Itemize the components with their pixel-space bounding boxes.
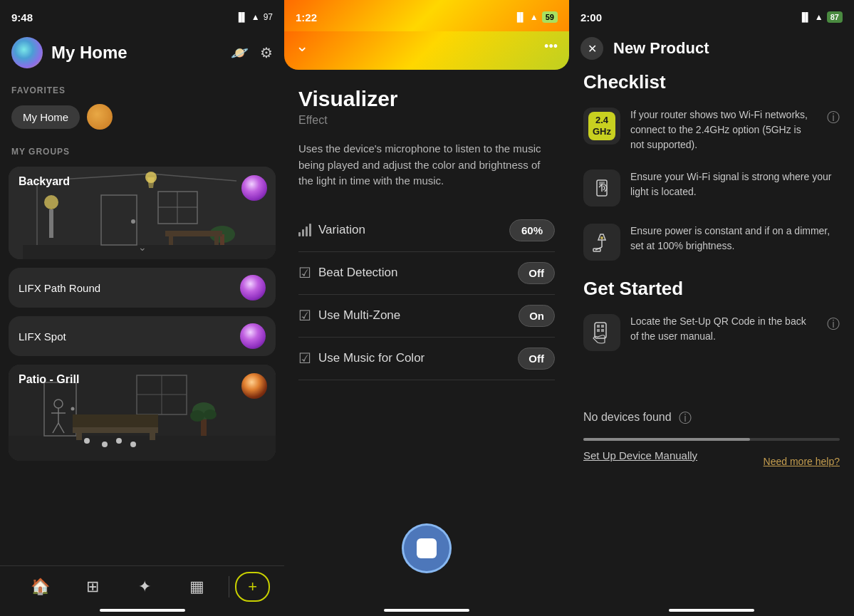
beat-detection-toggle[interactable]: Off bbox=[518, 262, 555, 284]
add-nav-icon: + bbox=[248, 578, 257, 596]
favorites-bulb[interactable] bbox=[87, 104, 113, 130]
no-devices-help-icon[interactable]: ⓘ bbox=[679, 409, 692, 427]
signal-icon-2: ▐▌ bbox=[514, 12, 526, 22]
svg-rect-19 bbox=[9, 436, 276, 461]
svg-rect-12 bbox=[49, 209, 53, 238]
calendar-nav-icon: ▦ bbox=[189, 578, 204, 596]
header-icons-1: 🪐 ⚙ bbox=[231, 44, 273, 61]
multi-zone-left: ☑ Use Multi-Zone bbox=[298, 307, 400, 324]
svg-point-11 bbox=[44, 195, 58, 209]
setup-manual-link[interactable]: Set Up Device Manually bbox=[583, 449, 697, 461]
multi-zone-toggle[interactable]: On bbox=[519, 305, 555, 327]
time-3: 2:00 bbox=[580, 11, 602, 24]
settings-icon[interactable]: ⚙ bbox=[260, 44, 273, 61]
progress-bar bbox=[583, 438, 840, 441]
header-2: ⌄ ••• bbox=[284, 31, 569, 70]
lamp-svg bbox=[590, 230, 614, 254]
multi-zone-label: Use Multi-Zone bbox=[318, 308, 400, 323]
music-color-check-icon: ☑ bbox=[298, 350, 311, 367]
nav-home[interactable]: 🏠 bbox=[14, 578, 66, 596]
signal-strength-icon bbox=[583, 169, 620, 207]
svg-point-34 bbox=[84, 438, 90, 444]
svg-point-29 bbox=[204, 409, 217, 419]
close-button[interactable]: ✕ bbox=[580, 37, 603, 60]
bottom-links: Set Up Device Manually Need more help? bbox=[583, 449, 840, 473]
home-avatar bbox=[11, 37, 43, 68]
panel-new-product: 2:00 ▐▌ ▲ 87 ✕ New Product Checklist 2.4… bbox=[569, 0, 854, 616]
wifi-icon-3: ▲ bbox=[815, 12, 823, 22]
beat-detection-left: ☑ Beat Detection bbox=[298, 264, 398, 281]
nav-grid[interactable]: ⊞ bbox=[66, 578, 118, 596]
lifx-spot-label: LIFX Spot bbox=[19, 330, 66, 343]
status-icons-2: ▐▌ ▲ 59 bbox=[514, 11, 558, 23]
svg-rect-16 bbox=[169, 236, 173, 245]
lifx-spot-bulb[interactable] bbox=[240, 323, 266, 349]
variation-value[interactable]: 60% bbox=[509, 219, 555, 241]
no-devices-row: No devices found ⓘ bbox=[583, 408, 840, 427]
nav-calendar[interactable]: ▦ bbox=[171, 578, 223, 596]
home-nav-icon: 🏠 bbox=[31, 578, 50, 596]
nav-divider bbox=[229, 576, 229, 597]
qr-checklist-text: Locate the Set-Up QR Code in the back of… bbox=[630, 314, 817, 344]
svg-rect-48 bbox=[593, 249, 600, 251]
backyard-bulb[interactable] bbox=[241, 175, 267, 201]
get-started-item-qr: Locate the Set-Up QR Code in the back of… bbox=[583, 314, 840, 351]
signal-checklist-text: Ensure your Wi-Fi signal is strong where… bbox=[630, 169, 840, 199]
lifx-spot-card[interactable]: LIFX Spot bbox=[9, 316, 276, 356]
wifi-icon-2: ▲ bbox=[530, 12, 538, 22]
need-help-link[interactable]: Need more help? bbox=[764, 456, 840, 467]
variation-row: Variation 60% bbox=[298, 209, 555, 252]
viz-description: Uses the device's microphone to listen t… bbox=[298, 141, 555, 189]
battery-1: 97 bbox=[264, 12, 273, 22]
qr-help-icon[interactable]: ⓘ bbox=[827, 315, 840, 333]
wifi-checklist-text: If your router shows two Wi-Fi networks,… bbox=[630, 108, 817, 152]
svg-rect-51 bbox=[597, 325, 600, 328]
wifi-help-icon[interactable]: ⓘ bbox=[827, 109, 840, 126]
wifi-freq-icon: 2.4GHz bbox=[583, 108, 620, 145]
patio-bulb[interactable] bbox=[241, 373, 267, 399]
viz-subtitle: Effect bbox=[298, 114, 555, 127]
svg-rect-54 bbox=[601, 329, 604, 332]
back-button[interactable]: ⌄ bbox=[296, 37, 308, 56]
multi-zone-row: ☑ Use Multi-Zone On bbox=[298, 295, 555, 338]
beat-detection-label: Beat Detection bbox=[318, 266, 398, 280]
music-color-toggle[interactable]: Off bbox=[518, 348, 555, 370]
lifx-path-round-bulb[interactable] bbox=[240, 275, 266, 301]
header-1: My Home 🪐 ⚙ bbox=[0, 31, 284, 77]
beat-detection-row: ☑ Beat Detection Off bbox=[298, 252, 555, 295]
svg-point-49 bbox=[600, 236, 603, 239]
nav-wand[interactable]: ✦ bbox=[119, 578, 171, 596]
music-color-label: Use Music for Color bbox=[318, 351, 425, 365]
lifx-path-round-card[interactable]: LIFX Path Round bbox=[9, 268, 276, 308]
status-bar-1: 9:48 ▐▌ ▲ 97 bbox=[0, 0, 284, 31]
product-content: Checklist 2.4GHz If your router shows tw… bbox=[569, 71, 854, 616]
favorites-row: My Home bbox=[0, 101, 284, 138]
time-2: 1:22 bbox=[296, 11, 317, 24]
home-indicator-1 bbox=[100, 609, 185, 612]
header-left-1: My Home bbox=[11, 37, 127, 68]
backyard-label: Backyard bbox=[19, 175, 70, 188]
favorites-chip[interactable]: My Home bbox=[11, 105, 80, 129]
record-button[interactable] bbox=[402, 523, 452, 573]
wand-nav-icon: ✦ bbox=[138, 578, 151, 596]
backyard-group-card[interactable]: Backyard ⌄ bbox=[9, 167, 276, 259]
my-groups-label: MY GROUPS bbox=[0, 138, 284, 162]
explore-icon[interactable]: 🪐 bbox=[231, 44, 249, 61]
no-devices-text: No devices found bbox=[583, 411, 672, 424]
svg-rect-32 bbox=[150, 433, 155, 440]
patio-grill-card[interactable]: Patio - Grill bbox=[9, 365, 276, 461]
music-color-row: ☑ Use Music for Color Off bbox=[298, 338, 555, 380]
patio-label: Patio - Grill bbox=[19, 373, 79, 386]
status-icons-1: ▐▌ ▲ 97 bbox=[236, 12, 273, 22]
header-3: ✕ New Product bbox=[569, 31, 854, 71]
svg-point-25 bbox=[71, 407, 75, 411]
qr-hand-svg bbox=[589, 320, 615, 345]
nav-add-button[interactable]: + bbox=[235, 572, 270, 602]
variation-label: Variation bbox=[318, 223, 365, 237]
beat-detection-check-icon: ☑ bbox=[298, 264, 311, 281]
more-button[interactable]: ••• bbox=[544, 39, 558, 54]
lamp-icon-box bbox=[583, 224, 620, 261]
music-color-left: ☑ Use Music for Color bbox=[298, 350, 425, 367]
progress-fill bbox=[583, 438, 750, 441]
variation-left: Variation bbox=[298, 223, 365, 237]
